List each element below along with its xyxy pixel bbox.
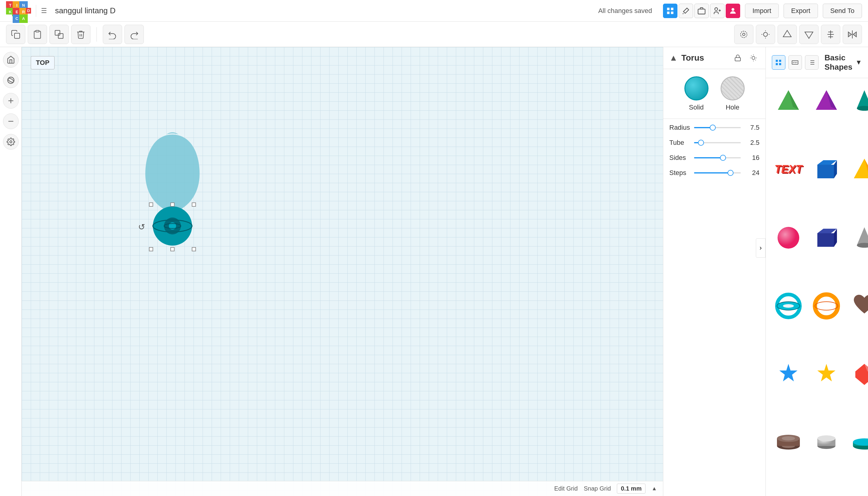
shape-teal-cone[interactable] bbox=[848, 84, 868, 148]
delete-btn[interactable] bbox=[71, 25, 91, 44]
rotate-handle[interactable]: ↺ bbox=[138, 222, 145, 232]
handle-bc[interactable] bbox=[170, 247, 175, 251]
view-tools bbox=[734, 25, 862, 44]
shape-green-pyramid[interactable] bbox=[772, 84, 805, 148]
shape-grey-cone[interactable] bbox=[848, 221, 868, 285]
tube-thumb[interactable] bbox=[698, 140, 704, 146]
shape-brown-ring[interactable] bbox=[772, 426, 805, 490]
handle-bl[interactable] bbox=[149, 247, 153, 251]
props-sliders: Radius 7.5 Tube 2.5 Sides bbox=[663, 119, 766, 182]
handle-tc[interactable] bbox=[170, 202, 175, 207]
briefcase-btn[interactable] bbox=[694, 4, 709, 18]
snap-grid-chevron[interactable]: ▲ bbox=[652, 485, 657, 492]
shape-orange-torus[interactable] bbox=[810, 289, 843, 353]
shape-magenta-sphere[interactable] bbox=[772, 221, 805, 285]
shape-grey-capsule[interactable] bbox=[810, 426, 843, 490]
handle-tr[interactable] bbox=[192, 202, 196, 207]
shapes-dropdown[interactable]: ▼ bbox=[855, 59, 862, 66]
radius-value[interactable]: 7.5 bbox=[744, 124, 759, 131]
shape-text-3d[interactable]: TEXT bbox=[772, 153, 805, 216]
shape-red-gem[interactable] bbox=[848, 358, 868, 421]
add-user-btn[interactable] bbox=[710, 4, 724, 18]
props-light-btn[interactable] bbox=[748, 52, 759, 64]
hole-circle bbox=[721, 76, 745, 100]
shape-gold-star[interactable] bbox=[810, 358, 843, 421]
svg-rect-10 bbox=[58, 33, 63, 38]
hole-option[interactable]: Hole bbox=[721, 76, 745, 111]
view-perspective-btn[interactable] bbox=[777, 25, 797, 44]
solid-option[interactable]: Solid bbox=[685, 76, 708, 111]
avatar-btn[interactable] bbox=[726, 4, 740, 18]
svg-rect-47 bbox=[779, 60, 781, 62]
handle-tl[interactable] bbox=[149, 202, 153, 207]
svg-marker-65 bbox=[857, 90, 868, 108]
orbit-btn[interactable] bbox=[3, 73, 19, 88]
shape-blue-torus[interactable] bbox=[772, 289, 805, 353]
svg-rect-0 bbox=[667, 7, 669, 10]
redo-btn[interactable] bbox=[125, 25, 144, 44]
settings-btn[interactable] bbox=[3, 134, 19, 150]
view-ortho-btn[interactable] bbox=[799, 25, 819, 44]
mirror-btn[interactable] bbox=[843, 25, 862, 44]
sides-thumb[interactable] bbox=[720, 155, 726, 161]
svg-point-72 bbox=[777, 227, 799, 249]
grid-view-btn[interactable] bbox=[663, 4, 677, 18]
shape-purple-pyramid[interactable] bbox=[810, 84, 843, 148]
view-camera-btn[interactable] bbox=[734, 25, 753, 44]
sides-value[interactable]: 16 bbox=[744, 154, 759, 162]
shape-brown-heart[interactable] bbox=[848, 289, 868, 353]
props-lock-btn[interactable] bbox=[732, 52, 744, 64]
steps-value[interactable]: 24 bbox=[744, 169, 759, 177]
tube-track[interactable] bbox=[694, 142, 741, 143]
shapes-grid: TEXT bbox=[766, 78, 868, 496]
svg-rect-3 bbox=[671, 12, 673, 14]
import-button[interactable]: Import bbox=[745, 4, 779, 18]
add-btn[interactable] bbox=[3, 93, 19, 109]
props-header: ▲ Torus bbox=[663, 47, 766, 69]
edit-grid-label[interactable]: Edit Grid bbox=[554, 485, 578, 492]
shapes-panel: Basic Shapes ▼ bbox=[766, 47, 868, 496]
save-status: All changes saved bbox=[598, 7, 652, 15]
shapes-tab-list[interactable] bbox=[805, 55, 819, 70]
send-to-button[interactable]: Send To bbox=[823, 4, 862, 18]
subtract-btn[interactable] bbox=[3, 113, 19, 129]
shape-blue-star[interactable] bbox=[772, 358, 805, 421]
hamburger-icon[interactable]: ☰ bbox=[41, 7, 47, 15]
paste-btn[interactable] bbox=[28, 25, 47, 44]
shapes-tab-ruler[interactable] bbox=[788, 55, 802, 70]
undo-btn[interactable] bbox=[103, 25, 122, 44]
svg-point-32 bbox=[10, 141, 12, 143]
align-btn[interactable] bbox=[821, 25, 840, 44]
toolbar bbox=[0, 22, 868, 47]
torus-object[interactable]: ↺ bbox=[151, 205, 194, 249]
project-name[interactable]: sanggul lintang D bbox=[55, 6, 115, 15]
toolbar-divider bbox=[96, 27, 97, 42]
handle-br[interactable] bbox=[192, 247, 196, 251]
svg-rect-73 bbox=[817, 233, 834, 247]
svg-point-79 bbox=[783, 304, 794, 308]
home-btn[interactable] bbox=[3, 52, 19, 67]
sides-track[interactable] bbox=[694, 157, 741, 158]
view-light-btn[interactable] bbox=[756, 25, 775, 44]
hammer-btn[interactable] bbox=[679, 4, 693, 18]
tube-value[interactable]: 2.5 bbox=[744, 139, 759, 146]
shapes-header: Basic Shapes ▼ bbox=[766, 47, 868, 78]
svg-marker-76 bbox=[857, 227, 868, 245]
steps-thumb[interactable] bbox=[727, 170, 734, 176]
steps-track[interactable] bbox=[694, 172, 741, 173]
shapes-tab-grid[interactable] bbox=[772, 55, 785, 70]
shape-teal-disc[interactable] bbox=[848, 426, 868, 490]
duplicate-btn[interactable] bbox=[49, 25, 69, 44]
radius-track[interactable] bbox=[694, 127, 741, 128]
shape-blue-box[interactable] bbox=[810, 153, 843, 216]
svg-rect-48 bbox=[776, 63, 778, 65]
canvas-object[interactable]: ↺ bbox=[139, 131, 206, 227]
shapes-nav-arrow[interactable]: › bbox=[756, 238, 766, 258]
export-button[interactable]: Export bbox=[784, 4, 818, 18]
shape-yellow-pyramid[interactable] bbox=[848, 153, 868, 216]
shape-navy-box[interactable] bbox=[810, 221, 843, 285]
copy-btn[interactable] bbox=[6, 25, 25, 44]
canvas-area[interactable]: TOP bbox=[22, 47, 663, 496]
radius-thumb[interactable] bbox=[710, 125, 716, 130]
props-collapse-btn[interactable]: ▲ bbox=[669, 53, 678, 63]
